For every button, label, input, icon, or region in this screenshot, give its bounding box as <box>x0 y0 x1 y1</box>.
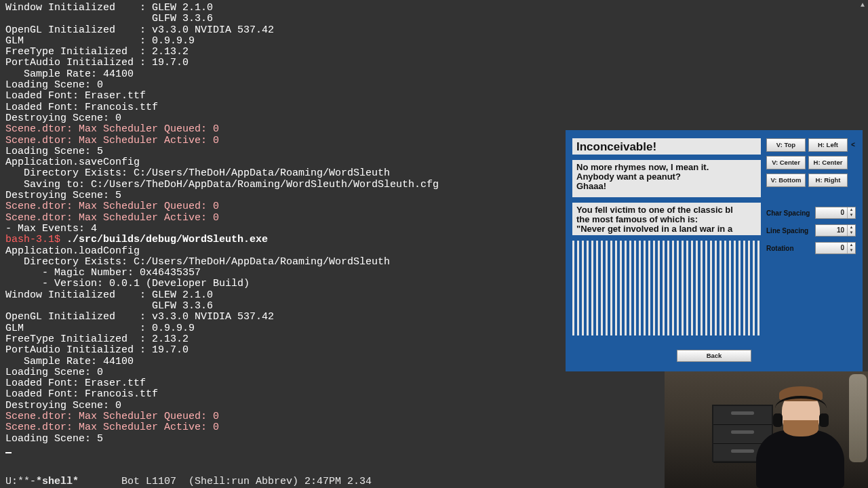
shell-command: ./src/builds/debug/WordSleuth.exe <box>66 234 268 245</box>
back-button[interactable]: Back <box>677 350 751 362</box>
webcam-feed <box>665 371 868 488</box>
terminal-line: GLM : 0.9.9.9 <box>5 323 439 334</box>
terminal-line: OpenGL Initialized : v3.3.0 NVIDIA 537.4… <box>5 312 439 323</box>
terminal-line: Loaded Font: Eraser.ttf <box>5 378 439 389</box>
modeline-buffer: *shell* <box>36 476 79 487</box>
terminal-line: Loaded Font: Francois.ttf <box>5 389 439 400</box>
shell-prompt: bash-3.1$ <box>5 234 66 245</box>
terminal-line: Scene.dtor: Max Scheduler Queued: 0 <box>5 124 439 135</box>
terminal-line: GLFW 3.3.6 <box>5 14 439 24</box>
char-spacing-stepper[interactable]: 0 ▲▼ <box>815 207 856 219</box>
body-panel-1: No more rhymes now, I mean it. Anybody w… <box>572 160 761 197</box>
char-spacing-label: Char Spacing <box>766 209 810 217</box>
terminal-line: Sample Rate: 44100 <box>5 69 439 80</box>
terminal-line: Scene.dtor: Max Scheduler Queued: 0 <box>5 201 439 212</box>
streamer-person <box>749 383 851 488</box>
terminal-line: Scene.dtor: Max Scheduler Active: 0 <box>5 422 439 433</box>
v-center-button[interactable]: V: Center <box>766 156 806 169</box>
line-spacing-label: Line Spacing <box>766 227 808 235</box>
controls-panel: V: Top H: Left < V: Center H: Center V: … <box>766 138 856 336</box>
h-right-button[interactable]: H: Right <box>808 174 848 187</box>
terminal-line: Loading Scene: 5 <box>5 434 439 445</box>
v-top-button[interactable]: V: Top <box>766 138 806 152</box>
terminal-line: Window Initialized : GLEW 2.1.0 <box>5 3 439 14</box>
terminal-line: Saving to: C:/Users/TheDoH/AppData/Roami… <box>5 180 439 190</box>
scroll-up-icon[interactable]: ▲ <box>859 1 867 9</box>
terminal-line: - Magic Number: 0x46435357 <box>5 268 439 279</box>
h-center-button[interactable]: H: Center <box>808 156 848 169</box>
terminal-line: Loading Scene: 0 <box>5 367 439 378</box>
terminal-line: Loading Scene: 0 <box>5 80 439 91</box>
terminal-line: Window Initialized : GLEW 2.1.0 <box>5 290 439 301</box>
terminal-line: - Max Events: 4 <box>5 224 439 235</box>
stepper-buttons-icon[interactable]: ▲▼ <box>847 207 855 218</box>
text-cursor-icon <box>5 443 12 453</box>
body-panel-2: You fell victim to one of the classic bl… <box>572 203 761 235</box>
terminal-line: Scene.dtor: Max Scheduler Active: 0 <box>5 136 439 146</box>
title-panel: Inconceivable! <box>572 138 761 155</box>
v-bottom-button[interactable]: V: Bottom <box>766 174 806 187</box>
terminal-line: Directory Exists: C:/Users/TheDoH/AppDat… <box>5 168 439 179</box>
terminal-line: - Version: 0.0.1 (Developer Build) <box>5 279 439 289</box>
terminal-line: Scene.dtor: Max Scheduler Active: 0 <box>5 213 439 224</box>
terminal-line: Loaded Font: Eraser.ttf <box>5 91 439 102</box>
terminal-prompt-line: bash-3.1$ ./src/builds/debug/WordSleuth.… <box>5 235 439 245</box>
terminal-line: Loading Scene: 5 <box>5 146 439 157</box>
terminal-line: FreeType Initialized : 2.13.2 <box>5 47 439 58</box>
terminal-line: Application.saveConfig <box>5 157 439 168</box>
terminal-cursor-line[interactable] <box>5 445 439 457</box>
terminal-output[interactable]: Window Initialized : GLEW 2.1.0 GLFW 3.3… <box>0 0 444 460</box>
terminal-line: GLFW 3.3.6 <box>5 301 439 312</box>
terminal-line: Sample Rate: 44100 <box>5 357 439 367</box>
terminal-line: OpenGL Initialized : v3.3.0 NVIDIA 537.4… <box>5 25 439 36</box>
render-area <box>572 241 761 336</box>
h-left-button[interactable]: H: Left <box>808 138 848 152</box>
terminal-line: Scene.dtor: Max Scheduler Queued: 0 <box>5 411 439 422</box>
terminal-line: Destroying Scene: 0 <box>5 113 439 124</box>
terminal-line: Destroying Scene: 5 <box>5 190 439 201</box>
terminal-line: GLM : 0.9.9.9 <box>5 36 439 47</box>
terminal-line: PortAudio Initialized : 19.7.0 <box>5 345 439 356</box>
modeline-status: U:**- <box>5 476 36 487</box>
terminal-line: Application.loadConfig <box>5 246 439 257</box>
stepper-buttons-icon[interactable]: ▲▼ <box>847 225 855 236</box>
stepper-buttons-icon[interactable]: ▲▼ <box>847 243 855 253</box>
app-window: Inconceivable! No more rhymes now, I mea… <box>566 130 863 371</box>
selection-marker-icon: < <box>850 142 856 149</box>
modeline-info: Bot L1107 (Shell:run Abbrev) 2:47PM 2.34 <box>79 476 372 487</box>
terminal-line: PortAudio Initialized : 19.7.0 <box>5 58 439 68</box>
terminal-line: Directory Exists: C:/Users/TheDoH/AppDat… <box>5 257 439 268</box>
rotation-label: Rotation <box>766 245 794 252</box>
terminal-line: Loaded Font: Francois.ttf <box>5 102 439 113</box>
terminal-line: Destroying Scene: 0 <box>5 401 439 411</box>
terminal-line: FreeType Initialized : 2.13.2 <box>5 334 439 345</box>
skeleton-prop <box>849 374 867 462</box>
rotation-stepper[interactable]: 0 ▲▼ <box>815 242 856 254</box>
line-spacing-stepper[interactable]: 10 ▲▼ <box>815 224 856 237</box>
